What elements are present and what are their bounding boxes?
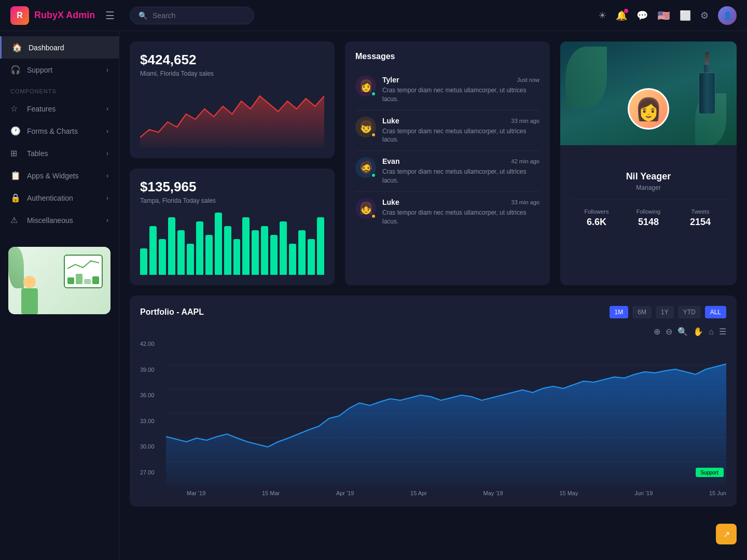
sidebar-item-label: Miscellaneous — [27, 216, 73, 225]
sidebar-illustration-card — [8, 247, 110, 314]
sidebar-item-features[interactable]: ☆ Features › — [0, 97, 119, 120]
sidebar-item-support[interactable]: 🎧 Support › — [0, 59, 119, 81]
messages-title: Messages — [355, 52, 540, 61]
message-text: Cras tempor diam nec metus ullamcorper, … — [382, 208, 540, 226]
time-btn-all[interactable]: ALL — [705, 306, 726, 318]
apps-icon: 📋 — [10, 171, 21, 180]
sidebar-item-apps-widgets[interactable]: 📋 Apps & Widgets › — [0, 164, 119, 187]
messages-icon[interactable]: 💬 — [637, 10, 648, 21]
y-label: 30.00 — [140, 443, 155, 450]
sidebar-item-label: Support — [27, 66, 52, 74]
bar-item — [280, 221, 287, 275]
home-chart-icon[interactable]: ⌂ — [709, 327, 714, 337]
x-axis: Mar '19 15 Mar Apr '19 15 Apr May '19 15… — [187, 490, 726, 496]
bar-item — [242, 217, 250, 275]
y-label: 27.00 — [140, 469, 155, 475]
theme-toggle-icon[interactable]: ☀ — [598, 10, 606, 21]
message-item[interactable]: 👦 Luke 33 min ago Cras tempor diam nec m… — [355, 110, 540, 151]
bar-item — [233, 239, 241, 275]
sidebar-item-forms-charts[interactable]: 🕐 Forms & Charts › — [0, 120, 119, 142]
stat-tweets: Tweets 2154 — [674, 208, 726, 228]
stat-following-label: Following — [622, 208, 674, 215]
bottle-neck — [704, 65, 710, 73]
message-content: Evan 42 min ago Cras tempor diam nec met… — [382, 157, 540, 185]
stat-followers-value: 6.6K — [571, 217, 622, 228]
time-btn-1m[interactable]: 1M — [610, 306, 629, 318]
message-item[interactable]: 👩 Tyler Just now Cras tempor diam nec me… — [355, 69, 540, 110]
chevron-right-icon: › — [106, 105, 108, 113]
bar-item — [205, 235, 213, 275]
sales-card-1: $424,652 Miami, Florida Today sales — [130, 41, 335, 158]
main-content: $424,652 Miami, Florida Today sales — [119, 31, 747, 560]
time-btn-6m[interactable]: 6M — [632, 306, 652, 318]
message-header: Evan 42 min ago — [382, 157, 540, 165]
x-label: 15 Mar — [262, 490, 280, 496]
scroll-top-button[interactable]: ↗ — [716, 524, 737, 544]
hamburger-icon[interactable]: ☰ — [105, 9, 115, 22]
zoom-in-icon[interactable]: ⊕ — [654, 327, 660, 337]
sidebar-item-label: Tables — [27, 149, 48, 158]
message-avatar: 👦 — [355, 117, 376, 137]
y-axis: 42.00 39.00 36.00 33.00 30.00 27.00 — [140, 341, 157, 475]
sales-card-2: $135,965 Tampa, Florida Today sales — [130, 169, 335, 285]
stat-followers: Followers 6.6K — [571, 208, 622, 228]
zoom-out-icon[interactable]: ⊖ — [666, 327, 672, 337]
message-avatar: 👩 — [355, 76, 376, 96]
sales-label-1: Miami, Florida Today sales — [140, 70, 324, 77]
notifications-icon[interactable]: 🔔 — [616, 10, 627, 21]
area-fill — [166, 364, 726, 486]
search-input[interactable] — [153, 11, 245, 20]
sidebar-item-authentication[interactable]: 🔒 Authentication › — [0, 187, 119, 209]
bar-chart — [140, 213, 324, 275]
chevron-right-icon: › — [106, 217, 108, 224]
message-sender: Luke — [382, 198, 399, 206]
sales-amount-2: $135,965 — [140, 179, 324, 195]
forms-charts-icon: 🕐 — [10, 126, 21, 136]
bar-item — [224, 226, 231, 275]
pan-icon[interactable]: ✋ — [693, 327, 703, 337]
y-label: 33.00 — [140, 418, 155, 424]
sidebar-item-dashboard[interactable]: 🏠 Dashboard — [0, 36, 119, 59]
fullscreen-icon[interactable]: ⬜ — [680, 10, 691, 21]
settings-icon[interactable]: ⚙ — [700, 10, 709, 21]
x-label: 15 Jun — [709, 490, 726, 496]
message-time: 33 min ago — [511, 199, 540, 205]
language-flag-icon[interactable]: 🇺🇸 — [657, 9, 670, 22]
bar-item — [168, 217, 175, 275]
message-item[interactable]: 🧔 Evan 42 min ago Cras tempor diam nec m… — [355, 151, 540, 192]
y-label: 36.00 — [140, 392, 155, 398]
message-item[interactable]: 👧 Luke 33 min ago Cras tempor diam nec m… — [355, 192, 540, 232]
time-buttons: 1M 6M 1Y YTD ALL — [610, 306, 726, 318]
message-header: Luke 33 min ago — [382, 117, 540, 125]
logo-icon: R — [10, 6, 29, 25]
sidebar-item-label: Dashboard — [29, 44, 64, 52]
layout: 🏠 Dashboard 🎧 Support › Components ☆ Fea… — [0, 31, 747, 560]
bottle-body — [699, 73, 715, 114]
avatar-status-dot — [371, 132, 376, 137]
profile-role: Manager — [571, 184, 726, 191]
menu-chart-icon[interactable]: ☰ — [719, 327, 726, 337]
user-avatar[interactable]: 👤 — [718, 6, 737, 25]
bar-item — [252, 230, 259, 275]
notification-dot — [624, 9, 628, 13]
bar-item — [317, 217, 324, 275]
message-avatar: 👧 — [355, 198, 376, 219]
sidebar-item-tables[interactable]: ⊞ Tables › — [0, 142, 119, 164]
sidebar-item-miscellaneous[interactable]: ⚠ Miscellaneous › — [0, 209, 119, 231]
sidebar-illustration — [8, 247, 110, 314]
zoom-reset-icon[interactable]: 🔍 — [677, 327, 688, 337]
bar-item — [270, 235, 278, 275]
portfolio-section: Portfolio - AAPL 1M 6M 1Y YTD ALL ⊕ ⊖ 🔍 … — [130, 296, 737, 507]
time-btn-ytd[interactable]: YTD — [678, 306, 701, 318]
sidebar-item-label: Apps & Widgets — [27, 172, 79, 180]
support-badge-text: Support — [700, 470, 718, 475]
message-content: Luke 33 min ago Cras tempor diam nec met… — [382, 198, 540, 226]
time-btn-1y[interactable]: 1Y — [656, 306, 674, 318]
authentication-icon: 🔒 — [10, 193, 21, 203]
sales-amount-1: $424,652 — [140, 52, 324, 68]
x-label: May '19 — [483, 490, 503, 496]
chart-toolbar: ⊕ ⊖ 🔍 ✋ ⌂ ☰ — [140, 327, 726, 337]
sidebar-item-label: Forms & Charts — [27, 127, 78, 135]
message-content: Luke 33 min ago Cras tempor diam nec met… — [382, 117, 540, 145]
logo-area: R RubyX Admin ☰ — [10, 6, 125, 25]
